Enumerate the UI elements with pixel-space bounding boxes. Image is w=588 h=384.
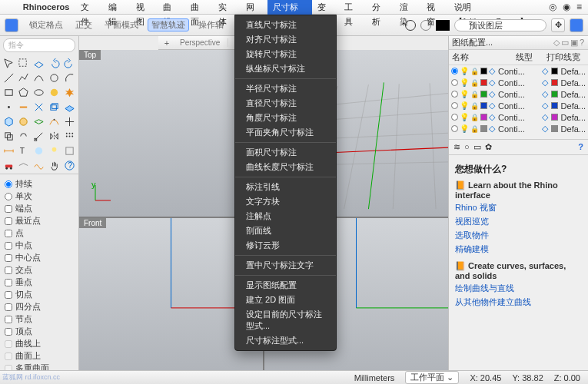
tool-text[interactable]: T: [17, 144, 31, 157]
tool-move[interactable]: [62, 114, 76, 128]
tool-array[interactable]: [62, 129, 76, 143]
menu-file[interactable]: 文件: [75, 0, 103, 15]
tool-arc[interactable]: [62, 71, 76, 84]
layers-icon[interactable]: ≋: [453, 142, 460, 152]
mi-linear[interactable]: 直线尺寸标注: [235, 18, 336, 32]
mi-diameter[interactable]: 直径尺寸标注: [235, 96, 336, 111]
tool-scale[interactable]: [32, 129, 46, 143]
mi-area[interactable]: 面积尺寸标注: [235, 145, 336, 160]
tool-dimension[interactable]: [2, 144, 15, 157]
stepper-icon[interactable]: ✥: [551, 18, 565, 32]
menu-tools[interactable]: 工具: [339, 0, 367, 15]
mi-aligned[interactable]: 对齐尺寸标注: [235, 32, 336, 47]
command-input[interactable]: 指令: [3, 38, 75, 52]
tool-rect[interactable]: [2, 85, 15, 99]
status-cplane[interactable]: 工作平面 ⌄: [405, 371, 459, 384]
osnap-persistent[interactable]: 持续: [5, 178, 74, 190]
mi-curvelen[interactable]: 曲线长度尺寸标注: [235, 160, 336, 174]
tb-smarttrack[interactable]: 智慧轨迹: [148, 18, 189, 31]
osnap-end[interactable]: 端点: [5, 203, 74, 214]
mi-textblock[interactable]: 文字方块: [235, 194, 336, 209]
mi-radius[interactable]: 半径尺寸标注: [235, 81, 336, 96]
tool-srf[interactable]: [62, 100, 76, 114]
mat-icon[interactable]: ▣: [570, 38, 578, 47]
gear-icon[interactable]: ✿: [485, 142, 492, 152]
osnap-quad[interactable]: 四分点: [5, 301, 74, 313]
osnap-int[interactable]: 交点: [5, 264, 74, 276]
osnap-onsrf[interactable]: 曲面上: [5, 350, 74, 362]
osnap-oneshot[interactable]: 单次: [5, 190, 74, 202]
osnap-cen[interactable]: 中心点: [5, 252, 74, 263]
window-color-icon[interactable]: [5, 18, 18, 32]
mi-dot[interactable]: 注解点: [235, 209, 336, 223]
mi-planeangle[interactable]: 平面夹角尺寸标注: [235, 125, 336, 140]
menu-help[interactable]: 说明【feitianwu7.com】: [449, 0, 549, 15]
menu-panels[interactable]: 视窗: [421, 0, 449, 15]
tool-mirror[interactable]: [47, 129, 61, 143]
tool-line[interactable]: [2, 71, 15, 84]
layer-row[interactable]: 💡🔒◇Conti...◇Defa...: [449, 123, 588, 134]
help-question-icon[interactable]: ?: [578, 142, 583, 152]
mi-make2d[interactable]: 建立 2D 图面: [235, 293, 336, 307]
tool-render[interactable]: [32, 144, 46, 157]
menu-transform[interactable]: 变动: [312, 0, 340, 15]
doc-icon[interactable]: ▭: [473, 142, 481, 152]
menu-view[interactable]: 视图: [131, 0, 158, 15]
layer-row[interactable]: 💡🔒◇Conti...◇Defa...: [449, 100, 588, 111]
stop-circle-icon[interactable]: [420, 20, 431, 31]
osnap-near[interactable]: 最近点: [5, 215, 74, 227]
tool-pointer[interactable]: [2, 56, 15, 70]
tool-explode[interactable]: [62, 85, 76, 99]
paper-config-label[interactable]: 图纸配置...: [452, 37, 493, 48]
help-link-select[interactable]: 选取物件: [455, 230, 582, 241]
help-link-view-nav[interactable]: 视图巡览: [455, 216, 582, 227]
tool-help[interactable]: ?: [62, 158, 76, 172]
tool-hand[interactable]: [47, 158, 61, 172]
viewport-label-front[interactable]: Front: [79, 218, 106, 228]
tool-undo[interactable]: [47, 56, 61, 70]
tool-blank1[interactable]: [17, 158, 31, 172]
tool-polygon[interactable]: [17, 85, 31, 99]
help-icon[interactable]: ?: [580, 38, 584, 47]
osnap-knot[interactable]: 节点: [5, 313, 74, 325]
osnap-vertex[interactable]: 顶点: [5, 326, 74, 337]
menu-analyze[interactable]: 分析: [367, 0, 394, 15]
tool-box[interactable]: [2, 114, 15, 128]
tool-cplane[interactable]: [32, 56, 46, 70]
mi-rotated[interactable]: 旋转尺寸标注: [235, 47, 336, 61]
osnap-point[interactable]: 点: [5, 227, 74, 239]
layer-search[interactable]: 预设图层: [454, 19, 546, 31]
menu-edit[interactable]: 编辑: [103, 0, 131, 15]
mi-hatch[interactable]: 剖面线: [235, 223, 336, 238]
tb-gridlock[interactable]: 锁定格点: [26, 18, 66, 31]
layer-row[interactable]: 💡🔒◇Conti...◇Defa...: [449, 111, 588, 123]
tb-planar[interactable]: 平面模式: [101, 18, 141, 31]
tool-curve[interactable]: [32, 71, 46, 84]
tool-sphere[interactable]: [17, 114, 31, 128]
mi-revcloud[interactable]: 修订云形: [235, 238, 336, 253]
menu-solid[interactable]: 实体: [213, 0, 241, 15]
mi-ordinate[interactable]: 纵坐标尺寸标注: [235, 61, 336, 76]
mi-showlayout[interactable]: 显示图纸配置: [235, 278, 336, 293]
list-icon[interactable]: ≡: [576, 2, 582, 12]
tb-ortho[interactable]: 正交: [72, 18, 95, 31]
layer-row[interactable]: 💡🔒◇Conti...◇Defa...: [449, 88, 588, 100]
tool-join[interactable]: [17, 100, 31, 114]
tool-controlpt[interactable]: [47, 114, 61, 128]
cc-icon[interactable]: ◎: [549, 2, 556, 12]
osnap-mid[interactable]: 中点: [5, 240, 74, 251]
circle-icon[interactable]: ○: [464, 142, 470, 152]
mi-angle[interactable]: 角度尺寸标注: [235, 111, 336, 125]
tb-gumball[interactable]: 操作轴: [195, 18, 227, 31]
tool-light[interactable]: [47, 144, 61, 157]
layer-icon[interactable]: ▭: [561, 38, 569, 47]
tool-3drect[interactable]: [47, 100, 61, 114]
menu-curve[interactable]: 曲线: [158, 0, 185, 15]
osnap-perp[interactable]: 垂点: [5, 276, 74, 288]
prop-icon[interactable]: ◇: [553, 38, 560, 47]
layer-row[interactable]: 💡🔒◇Conti...◇Defa...: [449, 77, 588, 88]
tool-mesh[interactable]: [32, 114, 46, 128]
tool-copy[interactable]: [2, 129, 15, 143]
tool-trim[interactable]: [32, 100, 46, 114]
tool-star[interactable]: [47, 85, 61, 99]
